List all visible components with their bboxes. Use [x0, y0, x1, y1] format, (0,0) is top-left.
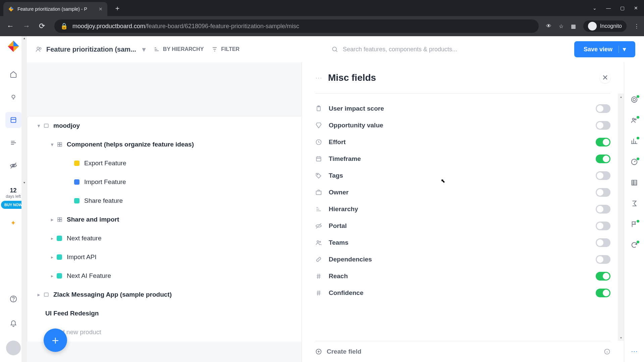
tree-component-row[interactable]: ▸ Share and import [27, 210, 302, 229]
tree-feature-row[interactable]: Export Feature [27, 154, 302, 173]
feature-color-icon [57, 254, 62, 260]
productboard-logo-icon[interactable] [7, 40, 20, 53]
caret-right-icon[interactable]: ▸ [34, 292, 43, 297]
caret-right-icon[interactable]: ▸ [47, 273, 57, 279]
tree-feature-row[interactable]: ▸Next AI Feature [27, 266, 302, 285]
rail-more-icon[interactable]: ⋯ [631, 347, 638, 355]
close-panel-icon[interactable]: ✕ [600, 72, 610, 83]
url-bar[interactable]: 🔒 moodjoy.productboard.com/feature-board… [54, 19, 539, 33]
field-row: Opportunity value [315, 117, 610, 134]
field-toggle[interactable] [596, 121, 610, 130]
bookmark-icon[interactable]: ☆ [559, 23, 564, 29]
maximize-icon[interactable]: ▢ [620, 5, 625, 11]
rail-chart-icon[interactable] [631, 137, 638, 145]
field-toggle[interactable] [596, 272, 610, 281]
browser-toolbar: ← → ⟳ 🔒 moodjoy.productboard.com/feature… [0, 16, 644, 36]
feature-tree: ▾ moodjoy ▾ Component (helps organize fe… [27, 116, 302, 342]
roadmap-nav-icon[interactable] [5, 135, 21, 151]
product-icon [43, 123, 49, 129]
tracking-icon[interactable]: 👁 [546, 23, 551, 29]
caret-right-icon[interactable]: ▸ [47, 236, 57, 241]
by-hierarchy-button[interactable]: BY HIERARCHY [154, 46, 204, 52]
tree-feature-row[interactable]: ▸Import API [27, 248, 302, 266]
caret-right-icon[interactable]: ▸ [47, 217, 57, 222]
board-title-dropdown[interactable]: Feature prioritization (sam... ▾ [36, 45, 146, 53]
insights-nav-icon[interactable] [5, 89, 21, 105]
help-icon[interactable] [5, 291, 21, 307]
filter-button[interactable]: FILTER [212, 46, 239, 52]
field-toggle[interactable] [596, 171, 610, 180]
add-fab-button[interactable]: ＋ [44, 328, 67, 352]
field-toggle[interactable] [596, 222, 610, 230]
tree-product-row[interactable]: ▾ moodjoy [27, 116, 302, 135]
tree-component-row[interactable]: ▾ Component (helps organize feature idea… [27, 135, 302, 154]
svg-marker-3 [13, 41, 19, 46]
tree-feature-row[interactable]: Import Feature [27, 173, 302, 191]
home-nav-icon[interactable] [5, 66, 21, 82]
rail-refresh-icon[interactable] [631, 241, 638, 249]
rail-scrollbar[interactable]: ▴ ▾ [21, 36, 27, 362]
scroll-down-icon[interactable]: ▾ [620, 336, 622, 340]
field-label: Teams [329, 239, 348, 246]
create-field-button[interactable]: Create field [315, 341, 610, 362]
scroll-up-icon[interactable]: ▴ [620, 95, 622, 99]
field-toggle[interactable] [596, 188, 610, 197]
sparkle-icon[interactable]: ✦ [10, 219, 16, 227]
field-toggle[interactable] [596, 289, 610, 297]
new-tab-button[interactable]: ＋ [114, 4, 121, 13]
save-view-button[interactable]: Save view ▾ [574, 41, 635, 57]
tree-feature-row[interactable]: Share feature [27, 191, 302, 210]
panel-title: Misc fields [328, 72, 376, 83]
field-toggle[interactable] [596, 104, 610, 113]
back-icon[interactable]: ← [5, 22, 16, 31]
field-row: Portal [315, 218, 610, 234]
tree-feature-row[interactable]: ▸Next feature [27, 229, 302, 248]
tabs-dropdown-icon[interactable]: ⌄ [593, 5, 597, 11]
search-input[interactable]: Search features, components & products..… [326, 46, 561, 53]
svg-point-32 [320, 241, 321, 242]
rail-sigma-icon[interactable] [631, 200, 638, 207]
features-nav-icon[interactable] [5, 112, 21, 128]
field-toggle[interactable] [596, 238, 610, 247]
field-toggle[interactable] [596, 155, 610, 163]
svg-point-10 [13, 301, 13, 301]
tree-product-row[interactable]: ▸ ▢ UI Feed Redesign [27, 304, 302, 323]
scroll-up-icon[interactable]: ▴ [21, 36, 27, 40]
reload-icon[interactable]: ⟳ [37, 22, 47, 31]
drag-handle-icon[interactable]: ⋯ [315, 74, 322, 82]
rail-flag-icon[interactable] [631, 221, 638, 228]
rail-speed-icon[interactable] [631, 158, 638, 166]
kebab-menu-icon[interactable]: ⋮ [634, 23, 639, 29]
rail-people-icon[interactable] [631, 117, 638, 124]
field-toggle[interactable] [596, 138, 610, 146]
rail-target-icon[interactable] [631, 96, 638, 103]
rail-table-icon[interactable] [631, 179, 638, 186]
notifications-icon[interactable] [5, 316, 21, 332]
extensions-icon[interactable]: ▦ [571, 23, 576, 29]
tree-label: Import Feature [84, 178, 126, 186]
window-close-icon[interactable]: ✕ [634, 5, 638, 11]
field-label: Opportunity value [329, 122, 383, 129]
field-row: User impact score [315, 100, 610, 117]
minimize-icon[interactable]: ― [606, 5, 611, 11]
field-row: Hierarchy [315, 201, 610, 218]
field-toggle[interactable] [596, 205, 610, 214]
field-label: User impact score [329, 105, 384, 112]
create-field-label: Create field [327, 348, 361, 355]
right-rail: ⋯ [624, 62, 644, 362]
scroll-down-icon[interactable]: ▾ [21, 181, 27, 184]
tree-product-row[interactable]: ▸ Zlack Messaging App (sample product) [27, 285, 302, 304]
user-avatar[interactable] [6, 341, 21, 355]
panel-scrollbar[interactable]: ▴ ▾ [618, 94, 624, 341]
portal-nav-icon[interactable] [5, 158, 21, 174]
save-view-caret-icon[interactable]: ▾ [619, 46, 626, 53]
search-icon [331, 46, 338, 53]
tab-close-icon[interactable]: ✕ [99, 6, 103, 12]
caret-right-icon[interactable]: ▸ [47, 254, 57, 260]
add-product-row[interactable]: ▸ Add new product [27, 323, 302, 342]
browser-tab[interactable]: Feature prioritization (sample) - P ✕ [3, 2, 107, 16]
info-icon[interactable] [604, 348, 610, 355]
caret-down-icon[interactable]: ▾ [34, 123, 43, 128]
field-toggle[interactable] [596, 255, 610, 264]
caret-down-icon[interactable]: ▾ [47, 142, 57, 147]
